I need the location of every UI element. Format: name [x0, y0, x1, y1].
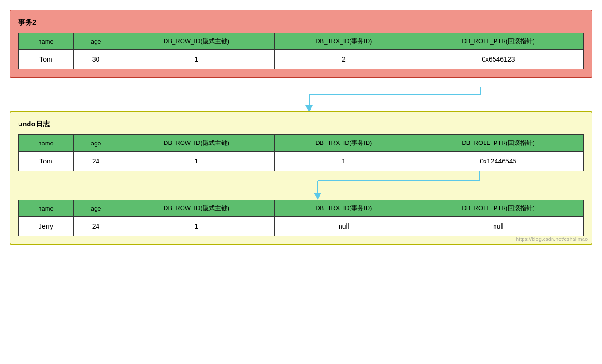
table-row: Tom 30 1 2 0x6546123 — [19, 50, 584, 69]
undo2-cell-name: Jerry — [19, 217, 74, 236]
undo2-cell-rollptr: null — [413, 217, 583, 236]
undo2-cell-trxid: null — [274, 217, 413, 236]
undo-table2-row: Jerry 24 1 null null — [19, 217, 584, 236]
transaction-table: name age DB_ROW_ID(隐式主键) DB_TRX_ID(事务ID)… — [18, 33, 584, 69]
cell-age: 30 — [74, 50, 118, 69]
undo2-cell-rowid: 1 — [118, 217, 275, 236]
undo-table-2: name age DB_ROW_ID(隐式主键) DB_TRX_ID(事务ID)… — [18, 200, 584, 236]
undo1-col-age: age — [74, 135, 118, 152]
transaction-box: 事务2 name age DB_ROW_ID(隐式主键) DB_TRX_ID(事… — [10, 10, 592, 78]
cell-name: Tom — [19, 50, 74, 69]
undo2-col-trxid: DB_TRX_ID(事务ID) — [274, 200, 413, 217]
undo1-cell-name: Tom — [19, 152, 74, 171]
undo-table-1: name age DB_ROW_ID(隐式主键) DB_TRX_ID(事务ID)… — [18, 134, 584, 171]
undo1-col-rollptr: DB_ROLL_PTR(回滚指针) — [413, 135, 583, 152]
col-header-rollptr: DB_ROLL_PTR(回滚指针) — [413, 33, 583, 50]
undo2-col-age: age — [74, 200, 118, 217]
undo1-cell-age: 24 — [74, 152, 118, 171]
col-header-age: age — [74, 33, 118, 50]
col-header-rowid: DB_ROW_ID(隐式主键) — [118, 33, 275, 50]
undo-table1-header-row: name age DB_ROW_ID(隐式主键) DB_TRX_ID(事务ID)… — [19, 135, 584, 152]
cell-trxid: 2 — [274, 50, 413, 69]
undo2-col-name: name — [19, 200, 74, 217]
undo-box: undo日志 name age DB_ROW_ID(隐式主键) DB_TRX_I… — [10, 111, 592, 245]
undo1-col-rowid: DB_ROW_ID(隐式主键) — [118, 135, 275, 152]
undo2-cell-age: 24 — [74, 217, 118, 236]
transaction-box-title: 事务2 — [18, 18, 584, 27]
watermark: https://blog.csdn.net/cshalimao — [516, 236, 588, 242]
table-header-row: name age DB_ROW_ID(隐式主键) DB_TRX_ID(事务ID)… — [19, 33, 584, 50]
arrow-2-svg — [18, 171, 584, 200]
col-header-name: name — [19, 33, 74, 50]
undo1-col-trxid: DB_TRX_ID(事务ID) — [274, 135, 413, 152]
cell-rollptr: 0x6546123 — [413, 50, 583, 69]
undo1-cell-trxid: 1 — [274, 152, 413, 171]
col-header-trxid: DB_TRX_ID(事务ID) — [274, 33, 413, 50]
undo-table2-header-row: name age DB_ROW_ID(隐式主键) DB_TRX_ID(事务ID)… — [19, 200, 584, 217]
undo2-col-rollptr: DB_ROLL_PTR(回滚指针) — [413, 200, 583, 217]
undo1-cell-rowid: 1 — [118, 152, 275, 171]
cell-rowid: 1 — [118, 50, 275, 69]
undo1-cell-rollptr: 0x12446545 — [413, 152, 583, 171]
undo-table1-row: Tom 24 1 1 0x12446545 — [19, 152, 584, 171]
undo1-col-name: name — [19, 135, 74, 152]
arrow-1-svg — [10, 87, 592, 111]
undo2-col-rowid: DB_ROW_ID(隐式主键) — [118, 200, 275, 217]
svg-marker-7 — [314, 193, 321, 200]
undo-box-title: undo日志 — [18, 120, 584, 129]
